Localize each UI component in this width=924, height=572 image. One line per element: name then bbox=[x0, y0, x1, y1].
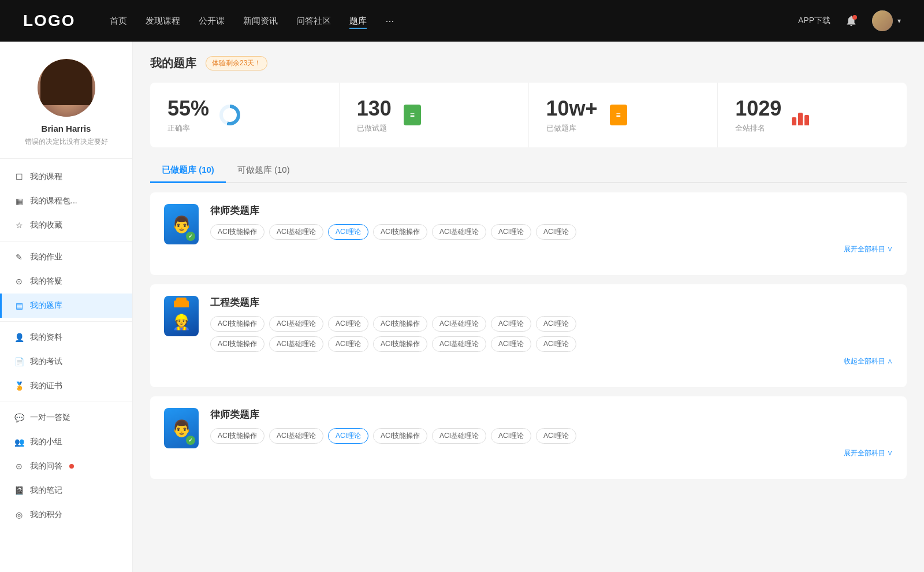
tag-3-5[interactable]: ACI基础理论 bbox=[432, 428, 486, 444]
stat-ranking: 1029 全站排名 bbox=[718, 83, 907, 147]
done-banks-icon bbox=[607, 103, 630, 127]
bar-3 bbox=[804, 115, 809, 125]
homework-label: 我的作业 bbox=[30, 252, 62, 262]
sidebar-item-certificate[interactable]: 🏅 我的证书 bbox=[0, 374, 132, 398]
avatar-image bbox=[872, 10, 893, 31]
tag-2-8[interactable]: ACI技能操作 bbox=[210, 336, 264, 352]
expand-link-3[interactable]: 展开全部科目 ∨ bbox=[210, 448, 893, 458]
engineer-bank-icon: 👷 bbox=[164, 296, 199, 336]
tag-2-3[interactable]: ACI理论 bbox=[328, 316, 368, 332]
tag-3-1[interactable]: ACI技能操作 bbox=[210, 428, 264, 444]
qbank-card-1: 👨 ✓ 律师类题库 ACI技能操作 ACI基础理论 ACI理论 ACI技能操作 … bbox=[150, 192, 907, 275]
stat-banks-value: 10w+ bbox=[546, 96, 598, 121]
logo: LOGO bbox=[23, 12, 75, 30]
nav-home[interactable]: 首页 bbox=[110, 13, 127, 29]
nav-discover[interactable]: 发现课程 bbox=[146, 13, 180, 29]
tag-2-7[interactable]: ACI理论 bbox=[536, 316, 576, 332]
sidebar-item-courses[interactable]: ☐ 我的课程 bbox=[0, 165, 132, 189]
points-icon: ◎ bbox=[14, 510, 24, 519]
stat-done-questions: 130 已做试题 bbox=[340, 83, 529, 147]
tag-3-7[interactable]: ACI理论 bbox=[536, 428, 576, 444]
sidebar-item-1on1[interactable]: 💬 一对一答疑 bbox=[0, 406, 132, 430]
nav-more[interactable]: ··· bbox=[385, 15, 394, 27]
expand-link-1[interactable]: 展开全部科目 ∨ bbox=[210, 244, 893, 254]
tag-1-5[interactable]: ACI基础理论 bbox=[432, 224, 486, 240]
sidebar-item-exam[interactable]: 📄 我的考试 bbox=[0, 350, 132, 374]
sidebar-item-qbank[interactable]: ▤ 我的题库 bbox=[0, 294, 132, 318]
sidebar: Brian Harris 错误的决定比没有决定要好 ☐ 我的课程 ▦ 我的课程包… bbox=[0, 42, 133, 572]
sidebar-item-favorites[interactable]: ☆ 我的收藏 bbox=[0, 213, 132, 237]
app-download-button[interactable]: APP下载 bbox=[798, 16, 830, 26]
lawyer-person-icon: 👨 bbox=[172, 215, 192, 234]
tag-1-2[interactable]: ACI基础理论 bbox=[269, 224, 323, 240]
nav-qbank[interactable]: 题库 bbox=[349, 13, 367, 29]
divider-1 bbox=[0, 241, 132, 242]
collapse-link-2[interactable]: 收起全部科目 ∧ bbox=[210, 356, 893, 366]
sidebar-item-groups[interactable]: 👥 我的小组 bbox=[0, 430, 132, 454]
tag-2-6[interactable]: ACI理论 bbox=[491, 316, 531, 332]
nav-qa[interactable]: 问答社区 bbox=[296, 13, 331, 29]
nav-news[interactable]: 新闻资讯 bbox=[243, 13, 278, 29]
tag-2-13[interactable]: ACI理论 bbox=[491, 336, 531, 352]
notes-label: 我的笔记 bbox=[30, 485, 62, 496]
stat-done-label: 已做试题 bbox=[357, 123, 392, 133]
nav-opencourse[interactable]: 公开课 bbox=[199, 13, 225, 29]
sidebar-item-course-packages[interactable]: ▦ 我的课程包... bbox=[0, 189, 132, 213]
qbank-2-body: 工程类题库 ACI技能操作 ACI基础理论 ACI理论 ACI技能操作 ACI基… bbox=[210, 296, 893, 366]
main-nav: 首页 发现课程 公开课 新闻资讯 问答社区 题库 ··· bbox=[110, 13, 798, 29]
stat-accuracy-value-group: 55% 正确率 bbox=[167, 96, 209, 133]
sidebar-item-questions[interactable]: ⊙ 我的问答 bbox=[0, 454, 132, 478]
done-questions-icon bbox=[401, 103, 424, 127]
tag-1-1[interactable]: ACI技能操作 bbox=[210, 224, 264, 240]
tag-2-14[interactable]: ACI理论 bbox=[536, 336, 576, 352]
sidebar-item-notes[interactable]: 📓 我的笔记 bbox=[0, 478, 132, 503]
tag-2-11[interactable]: ACI技能操作 bbox=[373, 336, 427, 352]
tag-2-1[interactable]: ACI技能操作 bbox=[210, 316, 264, 332]
profile-label: 我的资料 bbox=[30, 332, 62, 343]
tab-available-banks[interactable]: 可做题库 (10) bbox=[226, 159, 301, 183]
main-content: 我的题库 体验剩余23天！ 55% 正确率 130 已做试题 bbox=[133, 42, 924, 572]
pie-chart-55 bbox=[219, 105, 240, 125]
profile-name: Brian Harris bbox=[12, 124, 121, 133]
certificate-icon: 🏅 bbox=[14, 381, 24, 391]
qbank-1-body: 律师类题库 ACI技能操作 ACI基础理论 ACI理论 ACI技能操作 ACI基… bbox=[210, 204, 893, 254]
sidebar-item-points[interactable]: ◎ 我的积分 bbox=[0, 503, 132, 527]
tag-2-5[interactable]: ACI基础理论 bbox=[432, 316, 486, 332]
tab-done-banks[interactable]: 已做题库 (10) bbox=[150, 159, 226, 183]
sidebar-item-qa[interactable]: ⊙ 我的答疑 bbox=[0, 269, 132, 294]
qbank-card-2: 👷 工程类题库 ACI技能操作 ACI基础理论 ACI理论 ACI技能操作 AC… bbox=[150, 284, 907, 387]
tag-3-3[interactable]: ACI理论 bbox=[328, 428, 368, 444]
notification-bell[interactable] bbox=[844, 14, 858, 28]
divider-2 bbox=[0, 321, 132, 322]
tag-1-4[interactable]: ACI技能操作 bbox=[373, 224, 427, 240]
stat-done-value: 130 bbox=[357, 96, 392, 121]
tag-2-2[interactable]: ACI基础理论 bbox=[269, 316, 323, 332]
qbank-tabs: 已做题库 (10) 可做题库 (10) bbox=[150, 159, 907, 183]
accuracy-icon bbox=[218, 103, 241, 127]
tag-2-12[interactable]: ACI基础理论 bbox=[432, 336, 486, 352]
tag-3-2[interactable]: ACI基础理论 bbox=[269, 428, 323, 444]
tag-1-6[interactable]: ACI理论 bbox=[491, 224, 531, 240]
sidebar-item-profile[interactable]: 👤 我的资料 bbox=[0, 325, 132, 350]
tag-1-3[interactable]: ACI理论 bbox=[328, 224, 368, 240]
profile-avatar bbox=[38, 59, 95, 117]
points-label: 我的积分 bbox=[30, 510, 62, 520]
homework-icon: ✎ bbox=[14, 252, 24, 262]
bar-1 bbox=[792, 117, 796, 125]
sidebar-item-homework[interactable]: ✎ 我的作业 bbox=[0, 245, 132, 269]
tag-3-6[interactable]: ACI理论 bbox=[491, 428, 531, 444]
user-avatar-wrapper[interactable]: ▾ bbox=[872, 10, 901, 31]
1on1-icon: 💬 bbox=[14, 413, 24, 422]
tag-2-9[interactable]: ACI基础理论 bbox=[269, 336, 323, 352]
qbank-2-tags-row2: ACI技能操作 ACI基础理论 ACI理论 ACI技能操作 ACI基础理论 AC… bbox=[210, 336, 893, 352]
sidebar-menu: ☐ 我的课程 ▦ 我的课程包... ☆ 我的收藏 ✎ 我的作业 ⊙ 我的答疑 ▤ bbox=[0, 165, 132, 527]
tag-2-10[interactable]: ACI理论 bbox=[328, 336, 368, 352]
lawyer-bank-icon-1: 👨 ✓ bbox=[164, 204, 199, 244]
bar-chart-icon bbox=[792, 105, 813, 125]
header-right: APP下载 ▾ bbox=[798, 10, 901, 31]
tag-1-7[interactable]: ACI理论 bbox=[536, 224, 576, 240]
stat-accuracy: 55% 正确率 bbox=[150, 83, 340, 147]
1on1-label: 一对一答疑 bbox=[30, 413, 70, 423]
tag-2-4[interactable]: ACI技能操作 bbox=[373, 316, 427, 332]
tag-3-4[interactable]: ACI技能操作 bbox=[373, 428, 427, 444]
